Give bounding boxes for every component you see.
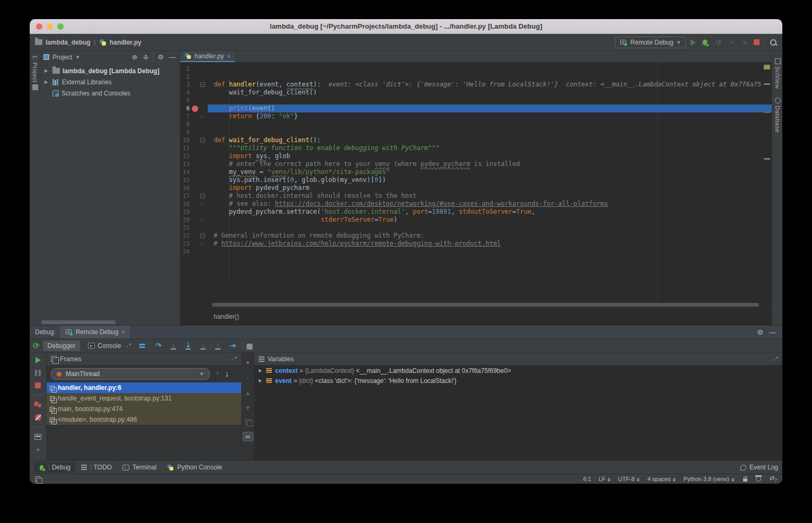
- move-watch-up-icon[interactable]: ▲: [245, 389, 251, 397]
- duplicate-watch-icon[interactable]: [245, 419, 251, 424]
- coverage-icon[interactable]: ◔: [727, 38, 736, 47]
- run-to-cursor-icon[interactable]: ⇥: [226, 341, 239, 351]
- code-line[interactable]: 17 # host.docker.internal should resolve…: [180, 192, 772, 200]
- resume-program-icon[interactable]: [36, 357, 41, 363]
- fold-marker[interactable]: ⌂: [200, 240, 208, 248]
- move-watch-down-icon[interactable]: ▼: [245, 404, 251, 412]
- sidebar-tab-sciview[interactable]: SciView: [772, 58, 782, 89]
- frames-options-icon[interactable]: →*: [230, 356, 237, 362]
- code-line[interactable]: 13 # enter the correct path here to your…: [180, 160, 772, 168]
- fold-marker[interactable]: ⌂: [200, 112, 208, 120]
- sidebar-tab-project[interactable]: 1: Project: [30, 55, 40, 90]
- debug-button[interactable]: [701, 38, 709, 47]
- evaluate-expression-icon[interactable]: ▦: [246, 342, 253, 350]
- hide-debug-icon[interactable]: —: [769, 328, 777, 336]
- code-line[interactable]: 4 wait_for_debug_client(): [180, 89, 772, 97]
- code-line[interactable]: 1: [180, 65, 772, 73]
- code-editor[interactable]: 123def handler(event, context): event: <…: [180, 63, 772, 308]
- expand-arrow-icon[interactable]: ▶: [45, 80, 50, 84]
- expand-arrow-icon[interactable]: ▶: [259, 378, 263, 383]
- toolwindow-tab-pythonconsole[interactable]: Python Console: [163, 462, 226, 473]
- run-configuration-selector[interactable]: Remote Debug ▼: [615, 37, 686, 48]
- breadcrumb-project[interactable]: lambda_debug: [46, 39, 91, 46]
- variables-options-icon[interactable]: →*: [771, 356, 778, 362]
- step-into-icon[interactable]: ↓: [167, 341, 180, 351]
- sync-icon[interactable]: ⇄?: [770, 475, 777, 483]
- breadcrumb-file[interactable]: handler.py: [110, 39, 142, 46]
- close-window-button[interactable]: [36, 23, 42, 30]
- collapse-all-icon[interactable]: [142, 54, 149, 61]
- status-item[interactable]: LF: [598, 476, 611, 482]
- code-line[interactable]: 8: [180, 120, 772, 128]
- frame-row[interactable]: main, bootstrap.py:474: [47, 404, 241, 414]
- code-line[interactable]: 18⌂ # see also: https://docs.docker.com/…: [180, 200, 772, 208]
- previous-frame-icon[interactable]: ↑: [215, 369, 219, 379]
- more-actions-icon[interactable]: »: [36, 446, 39, 452]
- code-line[interactable]: 10def wait_for_debug_client():: [180, 136, 772, 144]
- code-line[interactable]: 19 pydevd_pycharm.settrace('host.docker.…: [180, 208, 772, 216]
- code-line[interactable]: 22# General information on remote debugg…: [180, 232, 772, 240]
- status-item[interactable]: UTF-8: [618, 476, 640, 482]
- show-execution-point-icon[interactable]: [139, 344, 145, 348]
- minimize-window-button[interactable]: [47, 23, 53, 30]
- sidebar-tab-database[interactable]: Database: [772, 98, 782, 133]
- stop-icon[interactable]: [35, 382, 41, 388]
- chevron-down-icon[interactable]: ▼: [75, 55, 80, 60]
- gear-icon[interactable]: ⚙: [756, 328, 764, 336]
- status-item[interactable]: Python 3.8 (venv): [683, 476, 734, 482]
- code-line[interactable]: 9: [180, 128, 772, 136]
- code-line[interactable]: 15 sys.path.insert(0, glob.glob(my_venv)…: [180, 176, 772, 184]
- project-hscrollbar[interactable]: [41, 320, 116, 324]
- frame-row[interactable]: handler, handler.py:6: [47, 382, 241, 393]
- fold-marker[interactable]: [200, 194, 208, 198]
- variable-row[interactable]: ▶event = {dict} <class 'dict'>: {'messag…: [254, 376, 782, 386]
- profiler-icon[interactable]: ≡: [740, 38, 749, 47]
- code-line[interactable]: 11 """Utility function to enable debuggi…: [180, 144, 772, 152]
- frame-row[interactable]: <module>, bootstrap.py:486: [47, 414, 241, 425]
- scope-breadcrumb[interactable]: handler(): [214, 313, 239, 320]
- hide-panel-icon[interactable]: —: [168, 53, 176, 61]
- code-line[interactable]: 12 import sys, glob: [180, 152, 772, 160]
- code-line[interactable]: 5: [180, 97, 772, 104]
- attach-profiler-icon[interactable]: ↺: [714, 38, 722, 47]
- status-item[interactable]: 4 spaces: [647, 476, 676, 482]
- code-line[interactable]: 24: [180, 248, 772, 256]
- rerun-debug-icon[interactable]: ⟳: [33, 341, 40, 351]
- status-item[interactable]: 6:1: [583, 476, 591, 482]
- tab-debugger[interactable]: Debugger: [43, 341, 81, 351]
- highlighting-level-icon[interactable]: [756, 476, 761, 482]
- stop-button[interactable]: [754, 39, 760, 45]
- step-out-icon[interactable]: ↑: [211, 341, 224, 351]
- code-line[interactable]: 23⌂# https://www.jetbrains.com/help/pych…: [180, 240, 772, 248]
- project-panel-title[interactable]: Project: [52, 54, 72, 61]
- toolwindow-tab-todo[interactable]: : TODO: [77, 462, 116, 473]
- close-tab-icon[interactable]: ×: [227, 53, 230, 59]
- toolwindow-tab-terminal[interactable]: >_Terminal: [118, 462, 161, 473]
- tree-item[interactable]: ▶lambda_debug [Lambda Debug]: [40, 65, 180, 76]
- thread-selector[interactable]: MainThread ▼: [51, 368, 210, 380]
- fold-marker[interactable]: [200, 82, 208, 87]
- expand-arrow-icon[interactable]: ▶: [45, 68, 50, 73]
- frame-row[interactable]: handle_event_request, bootstrap.py:131: [47, 393, 241, 404]
- locate-file-icon[interactable]: ⊕: [130, 53, 139, 61]
- step-over-icon[interactable]: ↷: [152, 341, 165, 351]
- toolwindow-toggle-icon[interactable]: [35, 476, 40, 482]
- fold-marker[interactable]: [200, 138, 208, 143]
- code-line[interactable]: 16 import pydevd_pycharm: [180, 184, 772, 192]
- code-line[interactable]: 20⌂ stderrToServer=True): [180, 216, 772, 224]
- search-everywhere-icon[interactable]: [770, 39, 777, 46]
- fold-marker[interactable]: ⌂: [200, 216, 208, 224]
- code-line[interactable]: 7⌂ return {200: "ok"}: [180, 112, 772, 120]
- tab-handler-py[interactable]: handler.py ×: [180, 51, 235, 62]
- close-session-icon[interactable]: ×: [121, 329, 125, 335]
- toolwindow-tab-debug[interactable]: : Debug: [34, 462, 75, 473]
- step-into-my-code-icon[interactable]: ⇣: [182, 341, 195, 351]
- view-breakpoints-icon[interactable]: [34, 402, 42, 408]
- gear-icon[interactable]: ⚙: [156, 53, 165, 61]
- fold-marker[interactable]: ⌂: [200, 200, 208, 208]
- mute-breakpoints-icon[interactable]: [35, 414, 41, 421]
- editor-hscrollbar[interactable]: [212, 303, 759, 307]
- code-line[interactable]: 6 print(event): [180, 104, 772, 112]
- variable-row[interactable]: ▶context = {LambdaContext} <__main__.Lam…: [254, 365, 782, 376]
- evaluate-in-context-icon[interactable]: ∞: [243, 432, 253, 441]
